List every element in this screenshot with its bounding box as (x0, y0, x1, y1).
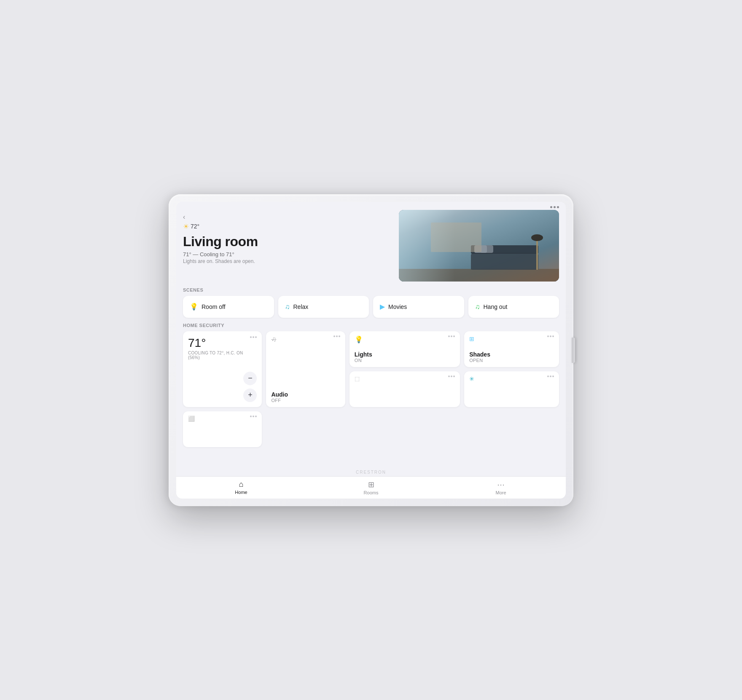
room-title: Living room (183, 234, 392, 249)
thermostat-status: COOLING TO 72°, H.C. ON (56%) (188, 351, 250, 360)
lights-footer: Lights ON (355, 351, 455, 363)
camera-icon: ⬚ (355, 375, 360, 382)
fan-dot-3 (552, 375, 554, 377)
room-temp-status: 71° — Cooling to 71° (183, 251, 392, 257)
fan-icon: ✳ (469, 375, 474, 382)
lights-icon: 💡 (355, 335, 363, 343)
lights-dot-3 (453, 335, 455, 337)
weather-temperature: 72° (191, 223, 199, 230)
camera-dot-2 (451, 375, 452, 377)
back-button[interactable]: ‹ (183, 213, 185, 221)
scene-movies-icon: ▶ (380, 303, 385, 311)
scenes-label: SCENES (183, 287, 559, 292)
projector-card-header: ⬜ (188, 416, 257, 422)
home-nav-icon: ⌂ (239, 480, 244, 489)
thermo-dot-2 (253, 336, 254, 338)
audio-title: Audio (271, 391, 340, 398)
header-section: ‹ ☀ 72° Living room 71° — Cooling to 71°… (183, 210, 559, 282)
side-button[interactable] (572, 338, 575, 363)
nav-home[interactable]: ⌂ Home (176, 480, 306, 495)
projector-dot-3 (255, 416, 257, 417)
scene-hang-out[interactable]: ♫ Hang out (468, 296, 559, 318)
scene-hang-out-label: Hang out (484, 303, 508, 310)
scene-movies[interactable]: ▶ Movies (373, 296, 464, 318)
thermostat-increase-button[interactable]: + (243, 389, 257, 402)
scene-room-off-label: Room off (202, 303, 226, 310)
scene-movies-label: Movies (388, 303, 407, 310)
more-nav-icon: ⋯ (497, 480, 505, 489)
lights-dot-2 (451, 335, 452, 337)
card-projector[interactable]: ⬜ (183, 411, 262, 447)
audio-footer: Audio OFF (271, 391, 340, 403)
thermostat-controls: − + (188, 367, 257, 402)
home-nav-label: Home (235, 490, 247, 495)
top-menu-button[interactable] (550, 206, 559, 208)
thermostat-temp: 71° (188, 336, 250, 350)
menu-dot-3 (557, 206, 559, 208)
scenes-grid: 💡 Room off ♫ Relax ▶ Movies ♫ Hang out (183, 296, 559, 318)
fan-menu-button[interactable] (547, 375, 554, 377)
lights-menu-button[interactable] (448, 335, 455, 337)
bottom-nav: ⌂ Home ⊞ Rooms ⋯ More (176, 476, 566, 499)
card-fan[interactable]: ✳ (464, 371, 559, 407)
shades-status: OPEN (469, 358, 554, 363)
room-device-status: Lights are on. Shades are open. (183, 258, 392, 264)
screen: ‹ ☀ 72° Living room 71° — Cooling to 71°… (176, 202, 566, 499)
menu-dot-2 (554, 206, 556, 208)
fan-dot-1 (547, 375, 549, 377)
lights-status: ON (355, 358, 455, 363)
projector-dot-2 (253, 416, 254, 417)
projector-menu-button[interactable] (250, 416, 257, 417)
audio-dot-1 (333, 335, 335, 337)
audio-card-header: ♫ (271, 335, 340, 343)
card-thermostat[interactable]: 71° COOLING TO 72°, H.C. ON (56%) − (183, 331, 262, 407)
thermo-dot-1 (250, 336, 252, 338)
audio-dot-3 (339, 335, 340, 337)
card-lights[interactable]: 💡 Lights ON (349, 331, 460, 367)
scenes-section: SCENES 💡 Room off ♫ Relax ▶ Movies (183, 287, 559, 318)
camera-menu-button[interactable] (448, 375, 455, 377)
security-grid: 💡 Lights ON (183, 331, 559, 447)
thermo-dot-3 (255, 336, 257, 338)
card-camera[interactable]: ⬚ (349, 371, 460, 407)
camera-card-header: ⬚ (355, 375, 455, 382)
audio-menu-button[interactable] (333, 335, 340, 337)
scene-relax-icon: ♫ (285, 303, 290, 311)
rooms-nav-label: Rooms (364, 490, 379, 495)
scene-room-off-icon: 💡 (190, 303, 198, 311)
camera-dot-1 (448, 375, 450, 377)
security-section: HOME SECURITY 💡 Lig (183, 323, 559, 469)
nav-more[interactable]: ⋯ More (436, 480, 566, 495)
shades-menu-button[interactable] (547, 335, 554, 337)
shades-footer: Shades OPEN (469, 351, 554, 363)
thermostat-menu-button[interactable] (250, 336, 257, 338)
card-shades[interactable]: ⊞ Shades OPEN (464, 331, 559, 367)
nav-rooms[interactable]: ⊞ Rooms (306, 480, 436, 495)
scene-relax[interactable]: ♫ Relax (278, 296, 369, 318)
audio-icon: ♫ (271, 335, 276, 343)
menu-dot-1 (550, 206, 552, 208)
thermostat-header: 71° COOLING TO 72°, H.C. ON (56%) (188, 336, 257, 360)
main-content: ‹ ☀ 72° Living room 71° — Cooling to 71°… (176, 210, 566, 469)
header-left: ‹ ☀ 72° Living room 71° — Cooling to 71°… (183, 210, 392, 282)
more-nav-label: More (495, 490, 506, 495)
security-label: HOME SECURITY (183, 323, 559, 328)
shades-icon: ⊞ (469, 335, 474, 342)
scene-room-off[interactable]: 💡 Room off (183, 296, 274, 318)
projector-dot-1 (250, 416, 252, 417)
scene-hang-out-icon: ♫ (475, 303, 480, 311)
rooms-nav-icon: ⊞ (368, 480, 374, 489)
shades-title: Shades (469, 351, 554, 358)
lights-card-header: 💡 (355, 335, 455, 343)
brand-label: CRESTRON (176, 469, 566, 476)
fan-dot-2 (550, 375, 551, 377)
shades-dot-2 (550, 335, 551, 337)
lights-dot-1 (448, 335, 450, 337)
projector-icon: ⬜ (188, 416, 195, 422)
scene-relax-label: Relax (293, 303, 309, 310)
top-bar (176, 202, 566, 210)
device-frame: ‹ ☀ 72° Living room 71° — Cooling to 71°… (169, 194, 573, 506)
thermostat-decrease-button[interactable]: − (243, 372, 257, 385)
card-audio[interactable]: ♫ Audio OFF (266, 331, 345, 407)
fan-card-header: ✳ (469, 375, 554, 382)
